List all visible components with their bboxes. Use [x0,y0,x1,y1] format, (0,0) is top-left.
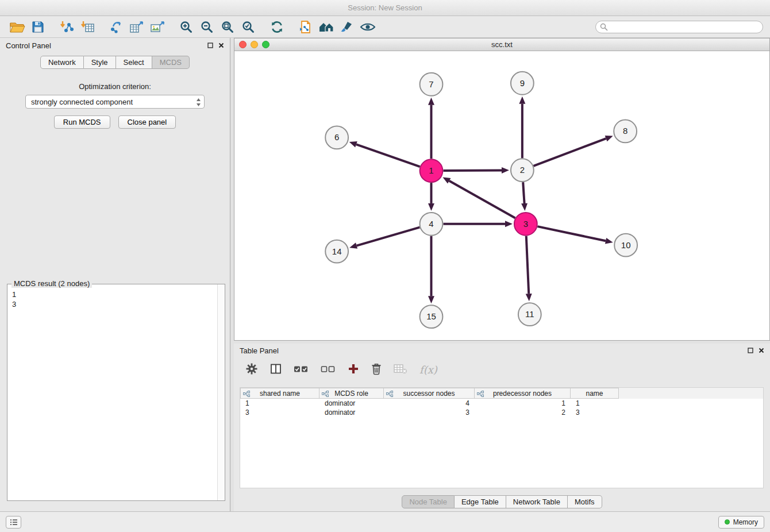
tab-edge-table[interactable]: Edge Table [455,495,506,508]
zoom-in-icon[interactable] [176,18,197,36]
cell-name: 3 [571,408,619,417]
graph-edge-2-3[interactable] [523,182,524,203]
graph-node-15[interactable]: 15 [420,305,443,328]
column-header-shared-name[interactable]: shared name [240,388,319,399]
control-panel-tabs: Network Style Select MCDS [0,56,230,69]
float-panel-icon[interactable] [748,346,753,355]
close-panel-button[interactable]: Close panel [118,115,176,129]
network-graph[interactable]: 7968124314101511 [234,51,769,340]
cell-shared-name: 3 [240,408,319,417]
minimize-window-icon[interactable] [251,41,258,48]
eye-icon[interactable] [357,18,378,36]
export-image-icon[interactable] [147,18,168,36]
graph-edge-3-10[interactable] [537,226,606,241]
run-mcds-button[interactable]: Run MCDS [54,115,110,129]
network-window-titlebar[interactable]: scc.txt [234,38,769,51]
graph-edge-1-6[interactable] [356,144,420,167]
import-table-icon[interactable] [77,18,98,36]
mcds-result-line: 1 [12,290,220,299]
graph-node-3[interactable]: 3 [514,213,537,236]
search-input[interactable] [595,21,763,33]
graph-node-6[interactable]: 6 [325,126,348,149]
style-brush-icon[interactable] [337,18,357,36]
zoom-selected-icon[interactable] [238,18,259,36]
graph-edge-2-8[interactable] [533,138,606,166]
column-label: predecessor nodes [493,390,552,398]
table-settings-icon[interactable] [245,363,258,377]
result-scrollbar[interactable] [217,284,225,500]
graph-node-label: 10 [621,240,631,250]
home-icon[interactable] [316,18,337,36]
graph-node-9[interactable]: 9 [511,72,534,95]
apply-layout-icon[interactable] [267,18,287,36]
zoom-out-icon[interactable] [197,18,217,36]
graph-node-14[interactable]: 14 [325,240,348,263]
tab-network-table[interactable]: Network Table [506,495,568,508]
open-network-file-icon[interactable] [295,18,316,36]
cell-predecessor-nodes: 2 [475,408,571,417]
graph-edge-1-2[interactable] [443,170,502,171]
column-attribute-icon [322,391,329,399]
memory-label: Memory [733,518,758,526]
tab-mcds[interactable]: MCDS [152,56,190,69]
graph-node-8[interactable]: 8 [614,120,637,143]
tab-select[interactable]: Select [116,56,152,69]
criterion-select[interactable]: strongly connected component [25,95,205,109]
tab-node-table[interactable]: Node Table [402,495,455,508]
show-column-icon[interactable] [270,363,282,376]
graph-node-10[interactable]: 10 [614,234,637,257]
graph-node-label: 14 [332,246,342,256]
zoom-window-icon[interactable] [262,41,270,48]
criterion-select-value: strongly connected component [31,98,133,106]
graph-edge-4-14[interactable] [357,228,420,246]
window-title: Session: New Session [348,3,422,12]
graph-node-1[interactable]: 1 [420,159,443,182]
tab-network[interactable]: Network [40,56,84,69]
table-row[interactable]: 3 dominator 3 2 3 [240,408,763,417]
graph-edge-arrowhead [526,294,532,301]
save-session-icon[interactable] [28,18,48,36]
graph-node-2[interactable]: 2 [511,159,534,182]
column-header-successor-nodes[interactable]: successor nodes [384,388,475,399]
memory-button[interactable]: Memory [718,516,764,529]
column-header-mcds-role[interactable]: MCDS role [319,388,384,399]
network-canvas[interactable]: 7968124314101511 [234,51,769,340]
table-row[interactable]: 1 dominator 4 1 1 [240,399,763,408]
tab-motifs[interactable]: Motifs [568,495,602,508]
graph-edge-arrowhead [428,98,434,105]
mcds-result-box[interactable]: MCDS result (2 nodes) 1 3 [7,284,225,501]
column-header-predecessor-nodes[interactable]: predecessor nodes [475,388,571,399]
column-header-name[interactable]: name [571,388,619,399]
close-panel-icon[interactable] [759,346,764,355]
graph-node-label: 9 [520,78,525,88]
node-table: shared name MCDS role successor nodes pr… [240,387,764,488]
graph-edge-3-11[interactable] [526,236,529,294]
cell-mcds-role: dominator [319,399,384,407]
select-all-icon[interactable] [294,364,309,376]
export-table-icon[interactable] [126,18,147,36]
graph-edge-arrowhead [428,203,434,211]
import-network-icon[interactable] [56,18,77,36]
memory-status-icon [725,519,730,525]
mcds-buttons: Run MCDS Close panel [0,115,230,129]
graph-node-label: 15 [426,311,436,321]
deselect-all-icon[interactable] [321,364,336,376]
graph-node-7[interactable]: 7 [420,73,443,96]
mcds-result-line: 3 [12,299,220,309]
export-network-icon[interactable] [106,18,126,36]
close-window-icon[interactable] [239,41,247,48]
column-label: successor nodes [403,390,455,398]
open-session-icon[interactable] [7,18,28,36]
zoom-fit-icon[interactable] [217,18,238,36]
delete-row-icon[interactable] [371,363,382,377]
graph-node-4[interactable]: 4 [420,213,443,236]
tab-style[interactable]: Style [84,56,116,69]
close-panel-icon[interactable] [218,41,224,50]
show-panels-button[interactable] [6,516,21,529]
graph-edge-3-1[interactable] [449,181,515,218]
add-row-icon[interactable] [348,363,359,376]
graph-node-11[interactable]: 11 [518,303,541,326]
graph-edge-arrowhead [502,167,509,174]
float-panel-icon[interactable] [207,41,213,50]
cell-name: 1 [571,399,619,407]
